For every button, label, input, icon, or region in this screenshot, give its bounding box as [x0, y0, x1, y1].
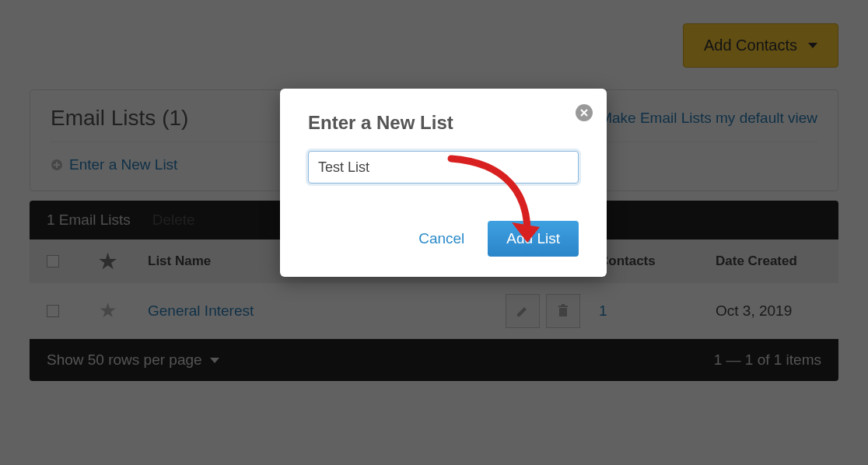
cancel-button[interactable]: Cancel	[418, 230, 464, 247]
close-icon	[580, 109, 588, 117]
list-name-input[interactable]	[308, 151, 579, 184]
new-list-modal: Enter a New List Cancel Add List	[280, 89, 607, 277]
close-button[interactable]	[576, 104, 593, 121]
add-list-button[interactable]: Add List	[488, 221, 579, 257]
modal-title: Enter a New List	[308, 112, 579, 134]
